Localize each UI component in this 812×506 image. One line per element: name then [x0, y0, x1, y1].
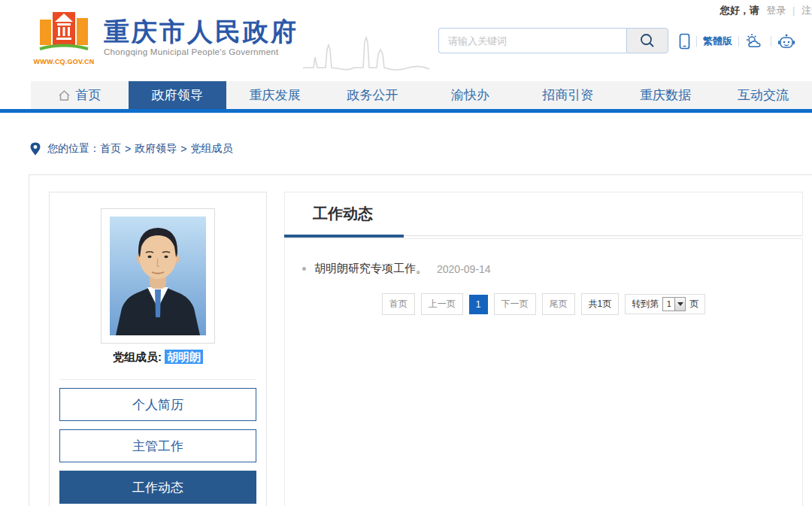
tools-divider — [771, 36, 771, 47]
sidebar-divider — [59, 379, 256, 380]
nav-item-investment[interactable]: 招商引资 — [519, 81, 617, 109]
section-header: 工作动态 — [284, 192, 803, 236]
sidebar-item-label: 工作动态 — [132, 479, 183, 496]
pagination: 首页 上一页 1 下一页 尾页 共1页 转到第 1 页 — [285, 293, 802, 315]
sidebar-item-responsibilities[interactable]: 主管工作 — [59, 429, 256, 462]
location-pin-icon — [30, 142, 41, 156]
mobile-version-button[interactable] — [679, 33, 690, 50]
tools-divider — [738, 36, 739, 47]
pagination-next-button[interactable]: 下一页 — [494, 293, 536, 315]
portrait-frame — [101, 208, 215, 344]
search-icon — [639, 32, 656, 49]
login-bar: 您好，请 登录 | 注册 — [720, 4, 812, 17]
chevron-down-icon — [677, 302, 683, 306]
nav-item-chongqing-development[interactable]: 重庆发展 — [226, 81, 324, 109]
nav-item-label: 重庆数据 — [640, 86, 691, 104]
bullet-icon — [302, 267, 306, 271]
register-link[interactable]: 注册 — [801, 5, 812, 16]
breadcrumb-prefix: 您的位置： — [47, 142, 100, 156]
news-link[interactable]: 胡明朗研究专项工作。 — [314, 262, 427, 276]
nav-item-government-affairs[interactable]: 政务公开 — [324, 81, 422, 109]
sidebar-item-label: 个人简历 — [132, 396, 183, 414]
page-select-value: 1 — [663, 298, 674, 311]
nav-item-yukuaiban[interactable]: 渝快办 — [422, 81, 520, 109]
leader-name-row: 党组成员:胡明朗 — [50, 350, 266, 365]
section-title: 工作动态 — [313, 192, 373, 235]
weather-button[interactable] — [745, 33, 765, 50]
breadcrumb-separator: > — [125, 143, 131, 155]
breadcrumb: 您的位置： 首页 > 政府领导 > 党组成员 — [30, 142, 232, 156]
pagination-prev-button[interactable]: 上一页 — [421, 293, 463, 315]
pagination-first-button[interactable]: 首页 — [382, 293, 415, 315]
section-body: 胡明朗研究专项工作。 2020-09-14 首页 上一页 1 下一页 尾页 共1… — [284, 238, 803, 506]
home-icon — [58, 89, 71, 102]
nav-item-label: 互动交流 — [738, 86, 789, 104]
nav-item-label: 重庆发展 — [250, 86, 301, 104]
sidebar-item-label: 主管工作 — [132, 438, 183, 455]
official-portrait — [110, 217, 206, 335]
list-item: 胡明朗研究专项工作。 2020-09-14 — [302, 262, 802, 276]
nav-item-label: 招商引资 — [542, 86, 593, 104]
site-name-en: Chongqing Municipal People's Government — [104, 47, 298, 56]
nav-item-label: 政务公开 — [347, 86, 398, 104]
mobile-phone-icon — [679, 33, 690, 50]
logo-badge: WWW.CQ.GOV.CN — [32, 11, 96, 65]
nav-item-government-leaders[interactable]: 政府领导 — [129, 81, 226, 109]
skyline-sketch-icon — [303, 35, 431, 74]
robot-icon — [777, 33, 795, 50]
page-select-dropdown[interactable]: 1 — [662, 297, 686, 311]
login-link[interactable]: 登录 — [766, 5, 786, 16]
search-bar — [438, 28, 668, 53]
nav-item-label: 政府领导 — [152, 86, 203, 104]
nav-item-home[interactable]: 首页 — [31, 81, 129, 109]
logo-url-text: WWW.CQ.GOV.CN — [32, 58, 96, 65]
nav-item-label: 渝快办 — [451, 86, 489, 104]
leader-name-highlighted: 胡明朗 — [165, 350, 203, 364]
logo-names: 重庆市人民政府 Chongqing Municipal People's Gov… — [104, 18, 298, 56]
news-date: 2020-09-14 — [437, 263, 491, 275]
nav-accent-bar — [0, 109, 812, 113]
tools-divider — [696, 36, 697, 47]
leader-sidebar: 党组成员:胡明朗 个人简历 主管工作 工作动态 — [49, 192, 267, 506]
traditional-chinese-button[interactable]: 繁體版 — [703, 35, 732, 48]
main-nav: 首页 政府领导 重庆发展 政务公开 渝快办 招商引资 重庆数据 互动交流 — [31, 81, 812, 109]
search-button[interactable] — [626, 28, 668, 53]
site-name-cn: 重庆市人民政府 — [104, 18, 298, 45]
pagination-current-page[interactable]: 1 — [469, 295, 488, 314]
breadcrumb-link-home[interactable]: 首页 — [100, 142, 121, 156]
government-building-icon — [38, 11, 90, 54]
sidebar-item-work-updates[interactable]: 工作动态 — [59, 471, 256, 504]
nav-item-interaction[interactable]: 互动交流 — [714, 81, 812, 109]
pagination-goto: 转到第 1 页 — [625, 294, 705, 314]
weather-icon — [745, 33, 765, 50]
nav-item-chongqing-data[interactable]: 重庆数据 — [617, 81, 714, 109]
page: 您好，请 登录 | 注册 WWW.CQ.GOV.CN 重庆市人民政府 Chong… — [0, 0, 812, 506]
breadcrumb-separator: > — [180, 143, 186, 155]
breadcrumb-link-leaders[interactable]: 政府领导 — [135, 142, 177, 156]
search-input[interactable] — [438, 28, 626, 53]
login-divider: | — [792, 5, 795, 16]
pagination-last-button[interactable]: 尾页 — [542, 293, 575, 315]
breadcrumb-link-party-members[interactable]: 党组成员 — [190, 142, 232, 156]
goto-suffix: 页 — [689, 298, 698, 311]
greeting-text: 您好，请 — [720, 5, 759, 16]
pagination-total-pages: 共1页 — [581, 293, 620, 315]
dropdown-arrow-button[interactable] — [674, 298, 685, 311]
goto-prefix: 转到第 — [632, 298, 659, 311]
nav-item-label: 首页 — [75, 86, 101, 104]
sidebar-item-resume[interactable]: 个人简历 — [59, 388, 256, 421]
assistant-button[interactable] — [777, 33, 795, 50]
header-tools: 繁體版 — [679, 32, 795, 51]
role-label: 党组成员: — [113, 350, 162, 363]
site-logo[interactable]: WWW.CQ.GOV.CN 重庆市人民政府 Chongqing Municipa… — [32, 11, 431, 74]
section-title-accent — [284, 235, 404, 238]
